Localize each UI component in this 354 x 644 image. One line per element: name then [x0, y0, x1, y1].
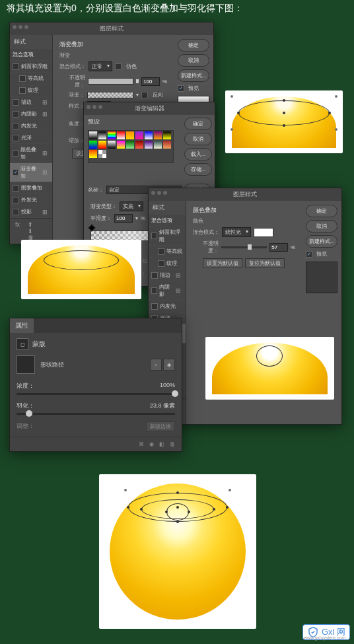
style-checkbox[interactable]: [13, 150, 18, 157]
style-item[interactable]: 斜面和浮雕: [10, 61, 52, 73]
add-effect-icon[interactable]: ⊞: [40, 169, 50, 176]
style-item[interactable]: 投影⊞: [10, 206, 52, 218]
gradient-swatch[interactable]: [108, 131, 116, 139]
style-checkbox[interactable]: [151, 233, 157, 239]
slider-thumb[interactable]: [136, 79, 139, 83]
gradient-swatch[interactable]: [154, 141, 162, 149]
style-checkbox[interactable]: [151, 303, 158, 310]
dropdown-icon[interactable]: ▾: [135, 215, 138, 221]
opacity-slider[interactable]: [221, 246, 267, 248]
gradient-swatch[interactable]: [135, 141, 143, 149]
style-checkbox[interactable]: [13, 63, 19, 70]
feather-value[interactable]: 23.8 像素: [150, 402, 175, 410]
add-effect-icon[interactable]: ⊞: [174, 272, 183, 279]
cancel-button[interactable]: 取消: [306, 220, 337, 233]
ok-button[interactable]: 确定: [306, 205, 337, 217]
style-item[interactable]: 等高线: [10, 73, 52, 85]
opacity-value[interactable]: 57: [269, 243, 288, 252]
style-item[interactable]: 混合选项: [10, 49, 52, 61]
pixel-mask-button[interactable]: ▫: [150, 359, 162, 371]
style-item[interactable]: 外发光: [10, 194, 52, 206]
style-checkbox[interactable]: [13, 209, 19, 215]
new-style-button[interactable]: 新建样式...: [306, 235, 337, 248]
style-checkbox[interactable]: [13, 99, 19, 106]
gradient-swatch[interactable]: [163, 131, 171, 139]
style-item[interactable]: 描边⊞: [10, 96, 52, 108]
add-effect-icon[interactable]: ⊞: [40, 150, 50, 157]
window-controls[interactable]: [151, 191, 167, 195]
gradient-swatch[interactable]: [98, 150, 106, 158]
mask-edge-button[interactable]: 蒙版边缘: [146, 421, 175, 431]
style-item[interactable]: 纹理: [10, 85, 52, 96]
gradient-swatch[interactable]: [126, 141, 134, 149]
dropdown-icon[interactable]: ▾: [136, 92, 139, 98]
smooth-value[interactable]: 100: [114, 214, 133, 223]
gradient-swatch[interactable]: [89, 141, 97, 149]
style-checkbox[interactable]: [13, 123, 19, 129]
gradient-presets[interactable]: [88, 130, 174, 163]
blend-mode-dropdown[interactable]: 线性光: [222, 227, 251, 237]
reset-default-button[interactable]: 复位为默认值: [245, 258, 285, 268]
opacity-slider[interactable]: [88, 78, 133, 85]
cancel-button[interactable]: 取消: [178, 54, 209, 67]
style-checkbox[interactable]: [13, 135, 19, 141]
properties-tab[interactable]: 属性: [10, 318, 34, 333]
style-item[interactable]: 混合选项: [149, 215, 186, 227]
ok-button[interactable]: 确定: [184, 118, 212, 130]
new-style-button[interactable]: 新建样式...: [178, 69, 209, 82]
ok-button[interactable]: 确定: [178, 39, 209, 52]
preview-checkbox[interactable]: ✓: [178, 85, 184, 92]
style-item[interactable]: 纹理: [149, 258, 186, 269]
down-icon[interactable]: ⬇: [25, 228, 36, 234]
style-item[interactable]: 内阴影⊞: [149, 281, 186, 301]
gradient-preview[interactable]: [87, 92, 133, 98]
style-item[interactable]: ✓渐变叠加⊞: [10, 163, 52, 182]
opacity-value[interactable]: 100: [141, 77, 160, 86]
gradient-swatch[interactable]: [89, 131, 97, 139]
gradient-swatch[interactable]: [117, 141, 125, 149]
add-effect-icon[interactable]: ⊞: [40, 209, 50, 215]
style-checkbox[interactable]: [19, 75, 26, 82]
window-controls[interactable]: [87, 105, 102, 109]
dither-checkbox[interactable]: [115, 63, 122, 70]
blend-mode-dropdown[interactable]: 正常: [88, 61, 112, 71]
gradient-swatch[interactable]: [108, 141, 116, 149]
style-checkbox[interactable]: [151, 287, 157, 294]
feather-slider[interactable]: [17, 413, 175, 415]
up-icon[interactable]: ⬆: [25, 221, 36, 228]
style-item[interactable]: 内发光: [10, 120, 52, 132]
set-default-button[interactable]: 设置为默认值: [203, 258, 242, 268]
style-checkbox[interactable]: [13, 197, 19, 203]
add-effect-icon[interactable]: ⊞: [40, 99, 50, 106]
preview-checkbox[interactable]: ✓: [306, 251, 312, 258]
style-checkbox[interactable]: [13, 185, 19, 192]
style-checkbox[interactable]: ✓: [13, 169, 18, 176]
style-checkbox[interactable]: [13, 111, 19, 118]
invert-icon[interactable]: ◧: [159, 441, 164, 447]
vector-mask-button[interactable]: ◈: [163, 359, 175, 371]
style-item[interactable]: 描边⊞: [149, 269, 186, 281]
link-icon[interactable]: ⌘: [139, 441, 144, 447]
gradient-swatch[interactable]: [135, 131, 143, 139]
color-swatch[interactable]: [254, 228, 273, 237]
gradient-swatch[interactable]: [98, 141, 106, 149]
style-checkbox[interactable]: [158, 260, 164, 267]
gradient-swatch[interactable]: [145, 141, 153, 149]
layer-thumb[interactable]: [17, 355, 35, 374]
style-item[interactable]: 等高线: [149, 246, 186, 258]
density-slider[interactable]: [17, 393, 175, 395]
save-button[interactable]: 存储...: [184, 163, 212, 176]
add-effect-icon[interactable]: ⊞: [40, 111, 50, 118]
density-value[interactable]: 100%: [160, 382, 175, 390]
trash-icon[interactable]: 🗑: [170, 441, 175, 447]
reverse-checkbox[interactable]: [141, 92, 148, 98]
type-dropdown[interactable]: 实底: [120, 201, 143, 211]
style-checkbox[interactable]: [158, 248, 164, 255]
style-checkbox[interactable]: [19, 87, 26, 94]
eye-icon[interactable]: ◉: [149, 441, 154, 447]
gradient-swatch[interactable]: [89, 150, 97, 158]
window-controls[interactable]: [13, 25, 28, 29]
style-item[interactable]: 斜面和浮雕: [149, 227, 186, 246]
gradient-swatch[interactable]: [154, 131, 162, 139]
gradient-swatch[interactable]: [145, 131, 153, 139]
